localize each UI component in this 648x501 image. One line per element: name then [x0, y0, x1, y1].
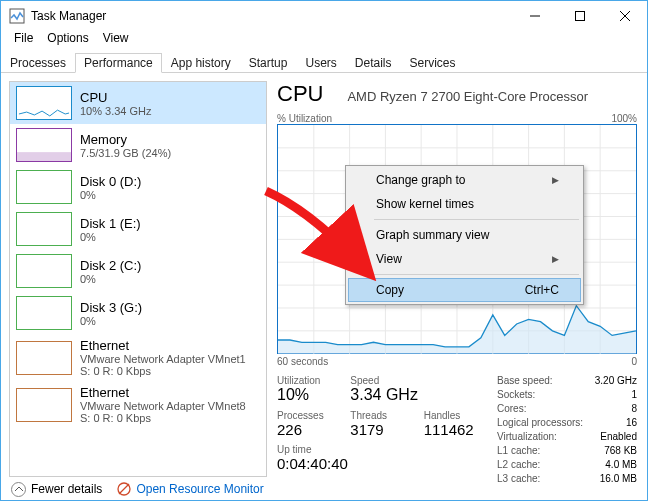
- context-show-kernel-times[interactable]: Show kernel times: [348, 192, 581, 216]
- stat-row: Sockets:1: [497, 389, 637, 400]
- app-icon: [9, 8, 25, 24]
- graph-ymax: 100%: [611, 113, 637, 124]
- thumb-icon: [16, 128, 72, 162]
- tab-details[interactable]: Details: [346, 53, 401, 73]
- menu-view[interactable]: View: [96, 31, 136, 50]
- stat-row: Cores:8: [497, 403, 637, 414]
- tab-processes[interactable]: Processes: [1, 53, 75, 73]
- chevron-up-icon: [11, 482, 26, 497]
- context-change-graph-to[interactable]: Change graph to▶: [348, 168, 581, 192]
- stat-row: L1 cache:768 KB: [497, 445, 637, 456]
- resource-monitor-icon: [116, 481, 132, 497]
- footer: Fewer details Open Resource Monitor: [11, 481, 264, 497]
- tabstrip: Processes Performance App history Startu…: [1, 52, 647, 73]
- context-graph-summary-view[interactable]: Graph summary view: [348, 223, 581, 247]
- sidebar-item-disk-2-c-[interactable]: Disk 2 (C:)0%: [10, 250, 266, 292]
- stat-hnd-value: 111462: [424, 421, 497, 438]
- context-menu: Change graph to▶Show kernel timesGraph s…: [345, 165, 584, 305]
- stat-util-value: 10%: [277, 386, 350, 404]
- tab-services[interactable]: Services: [401, 53, 465, 73]
- stat-proc-label: Processes: [277, 410, 350, 421]
- stat-row: Logical processors:16: [497, 417, 637, 428]
- menu-options[interactable]: Options: [40, 31, 95, 50]
- stat-speed-value: 3.34 GHz: [350, 386, 423, 404]
- context-separator: [374, 219, 579, 220]
- thumb-icon: [16, 296, 72, 330]
- stats-right: Base speed:3.20 GHzSockets:1Cores:8Logic…: [497, 375, 637, 487]
- stat-row: Virtualization:Enabled: [497, 431, 637, 442]
- main-subtitle: AMD Ryzen 7 2700 Eight-Core Processor: [347, 89, 588, 104]
- stat-util-label: Utilization: [277, 375, 350, 386]
- thumb-icon: [16, 341, 72, 375]
- graph-xlabel: 60 seconds: [277, 356, 328, 367]
- fewer-details-button[interactable]: Fewer details: [11, 482, 102, 497]
- menubar: File Options View: [1, 31, 647, 50]
- sidebar-item-disk-1-e-[interactable]: Disk 1 (E:)0%: [10, 208, 266, 250]
- stat-up-value: 0:04:40:40: [277, 455, 424, 472]
- titlebar: Task Manager: [1, 1, 647, 31]
- stat-speed-label: Speed: [350, 375, 423, 386]
- tab-performance[interactable]: Performance: [75, 53, 162, 73]
- open-resource-monitor-link[interactable]: Open Resource Monitor: [116, 481, 263, 497]
- svg-rect-2: [575, 12, 584, 21]
- graph-xmin: 0: [631, 356, 637, 367]
- sidebar-item-memory[interactable]: Memory7.5/31.9 GB (24%): [10, 124, 266, 166]
- sidebar-item-disk-0-d-[interactable]: Disk 0 (D:)0%: [10, 166, 266, 208]
- stat-thr-label: Threads: [350, 410, 423, 421]
- svg-line-26: [119, 484, 129, 494]
- stat-up-label: Up time: [277, 444, 424, 455]
- sidebar-item-ethernet[interactable]: EthernetVMware Network Adapter VMnet1S: …: [10, 334, 266, 381]
- sidebar: CPU10% 3.34 GHzMemory7.5/31.9 GB (24%)Di…: [9, 81, 267, 477]
- main-title: CPU: [277, 81, 323, 107]
- tab-startup[interactable]: Startup: [240, 53, 297, 73]
- graph-ylabel: % Utilization: [277, 113, 332, 124]
- sidebar-item-cpu[interactable]: CPU10% 3.34 GHz: [10, 82, 266, 124]
- stat-thr-value: 3179: [350, 421, 423, 438]
- thumb-icon: [16, 388, 72, 422]
- close-button[interactable]: [602, 1, 647, 31]
- thumb-icon: [16, 86, 72, 120]
- stat-row: Base speed:3.20 GHz: [497, 375, 637, 386]
- stat-proc-value: 226: [277, 421, 350, 438]
- maximize-button[interactable]: [557, 1, 602, 31]
- menu-file[interactable]: File: [7, 31, 40, 50]
- tab-users[interactable]: Users: [296, 53, 345, 73]
- context-separator: [374, 274, 579, 275]
- sidebar-item-ethernet[interactable]: EthernetVMware Network Adapter VMnet8S: …: [10, 381, 266, 428]
- svg-rect-5: [17, 152, 71, 162]
- tab-apphistory[interactable]: App history: [162, 53, 240, 73]
- thumb-icon: [16, 254, 72, 288]
- sidebar-item-disk-3-g-[interactable]: Disk 3 (G:)0%: [10, 292, 266, 334]
- thumb-icon: [16, 170, 72, 204]
- context-view[interactable]: View▶: [348, 247, 581, 271]
- stat-hnd-label: Handles: [424, 410, 497, 421]
- stat-row: L3 cache:16.0 MB: [497, 473, 637, 484]
- thumb-icon: [16, 212, 72, 246]
- minimize-button[interactable]: [512, 1, 557, 31]
- window-title: Task Manager: [31, 9, 512, 23]
- context-copy[interactable]: CopyCtrl+C: [348, 278, 581, 302]
- stat-row: L2 cache:4.0 MB: [497, 459, 637, 470]
